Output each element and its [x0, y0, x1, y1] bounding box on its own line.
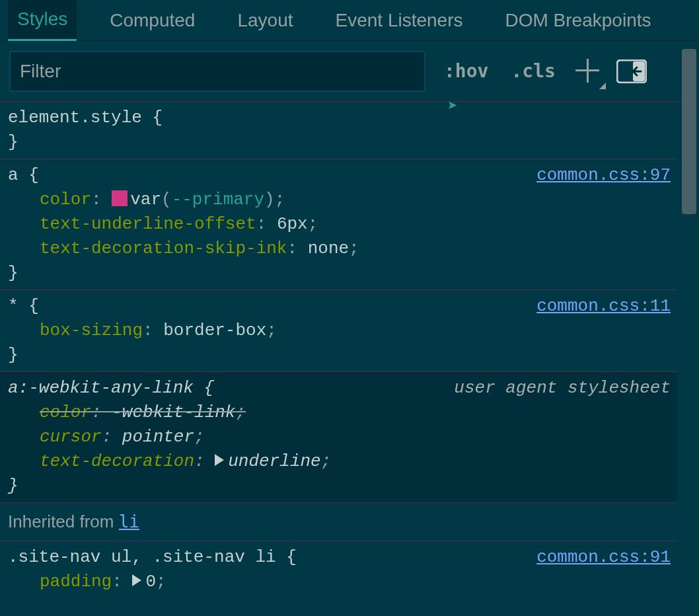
prop-text-decoration[interactable]: text-decoration: underline; [8, 449, 669, 474]
selector[interactable]: a [8, 165, 18, 185]
tab-dom-breakpoints[interactable]: DOM Breakpoints [496, 1, 661, 40]
rule-element-style[interactable]: element.style { } [0, 102, 677, 159]
prop-cursor[interactable]: cursor: pointer; [8, 425, 669, 449]
css-variable-link[interactable]: --primary [172, 190, 264, 210]
rule-star[interactable]: common.css:11 * { box-sizing: border-box… [0, 290, 677, 372]
inherited-element-link[interactable]: li [119, 512, 139, 531]
tab-event-listeners[interactable]: Event Listeners [326, 1, 472, 40]
expand-icon[interactable] [132, 574, 141, 586]
selector[interactable]: .site-nav ul, .site-nav li [8, 547, 276, 567]
hov-toggle[interactable]: :hov [440, 58, 492, 85]
new-style-rule-icon[interactable] [574, 58, 602, 85]
prop-padding[interactable]: padding: 0; [8, 570, 669, 594]
rule-user-agent[interactable]: user agent stylesheet a:-webkit-any-link… [0, 372, 677, 503]
rule-a[interactable]: common.css:97 a { color: var(--primary);… [0, 159, 677, 290]
computed-panel-toggle-icon[interactable] [616, 59, 647, 83]
prop-text-decoration-skip-ink[interactable]: text-decoration-skip-ink: none; [8, 237, 669, 261]
prop-color-overridden[interactable]: color: -webkit-link; [8, 401, 669, 425]
styles-toolbar: :hov .cls [0, 41, 699, 102]
cls-toggle[interactable]: .cls [507, 58, 559, 85]
prop-box-sizing[interactable]: box-sizing: border-box; [8, 319, 669, 343]
tab-styles[interactable]: Styles [8, 0, 77, 41]
tab-computed[interactable]: Computed [100, 1, 204, 40]
source-link[interactable]: common.css:97 [536, 163, 671, 188]
user-agent-label: user agent stylesheet [454, 376, 671, 401]
prop-color[interactable]: color: var(--primary); [8, 188, 669, 212]
tab-layout[interactable]: Layout [228, 1, 302, 40]
rule-site-nav[interactable]: common.css:91 .site-nav ul, .site-nav li… [0, 541, 677, 598]
selector[interactable]: element.style [8, 108, 142, 128]
prop-text-underline-offset[interactable]: text-underline-offset: 6px; [8, 212, 669, 237]
selector[interactable]: * [8, 296, 18, 316]
tabs-bar: Styles Computed Layout Event Listeners D… [0, 0, 699, 41]
source-link[interactable]: common.css:11 [536, 294, 671, 319]
scrollbar-thumb[interactable] [682, 49, 696, 214]
selector: a:-webkit-any-link [8, 378, 194, 398]
filter-input[interactable] [9, 51, 425, 92]
color-swatch[interactable] [112, 190, 128, 206]
inherited-from-header: Inherited from li [0, 503, 677, 541]
source-link[interactable]: common.css:91 [536, 545, 671, 570]
styles-content: element.style { } common.css:97 a { colo… [0, 102, 677, 611]
expand-icon[interactable] [215, 454, 224, 466]
